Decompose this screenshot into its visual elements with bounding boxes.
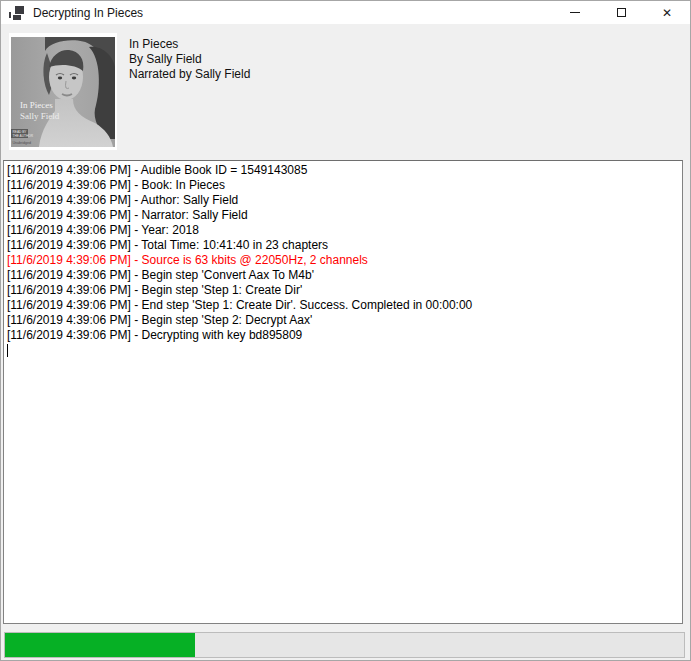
progress-bar [4,632,685,658]
app-icon [9,5,25,21]
text-caret [7,343,679,358]
close-button[interactable]: ✕ [644,1,690,24]
log-line: [11/6/2019 4:39:06 PM] - End step 'Step … [7,298,679,313]
maximize-icon [617,8,626,17]
book-cover: In Pieces Sally Field READ BY THE AUTHOR… [9,33,117,150]
log-line: [11/6/2019 4:39:06 PM] - Narrator: Sally… [7,208,679,223]
maximize-button[interactable] [598,1,644,24]
window-controls: ✕ [552,1,690,24]
minimize-icon [570,12,580,13]
app-window: Decrypting In Pieces ✕ [0,0,691,661]
cover-title-text: In Pieces [20,100,53,110]
close-icon: ✕ [662,7,672,19]
book-author: By Sally Field [129,52,250,67]
log-line: [11/6/2019 4:39:06 PM] - Source is 63 kb… [7,253,679,268]
book-title: In Pieces [129,37,250,52]
log-textbox[interactable]: [11/6/2019 4:39:06 PM] - Audible Book ID… [3,160,683,624]
log-line: [11/6/2019 4:39:06 PM] - Begin step 'Con… [7,268,679,283]
log-line: [11/6/2019 4:39:06 PM] - Begin step 'Ste… [7,313,679,328]
log-line: [11/6/2019 4:39:06 PM] - Book: In Pieces [7,178,679,193]
titlebar[interactable]: Decrypting In Pieces ✕ [1,1,690,24]
log-line: [11/6/2019 4:39:06 PM] - Author: Sally F… [7,193,679,208]
log-line: [11/6/2019 4:39:06 PM] - Audible Book ID… [7,163,679,178]
book-narrator: Narrated by Sally Field [129,67,250,82]
book-cover-image: In Pieces Sally Field READ BY THE AUTHOR… [11,37,115,147]
cover-readby-line2: THE AUTHOR [13,134,34,138]
log-line: [11/6/2019 4:39:06 PM] - Total Time: 10:… [7,238,679,253]
window-title: Decrypting In Pieces [33,6,143,20]
log-line: [11/6/2019 4:39:06 PM] - Begin step 'Ste… [7,283,679,298]
log-line: [11/6/2019 4:39:06 PM] - Decrypting with… [7,328,679,343]
progress-fill [5,633,195,657]
log-line: [11/6/2019 4:39:06 PM] - Year: 2018 [7,223,679,238]
book-info: In Pieces By Sally Field Narrated by Sal… [129,37,250,82]
cover-author-text: Sally Field [20,111,60,121]
minimize-button[interactable] [552,1,598,24]
cover-unabridged-text: Unabridged [13,141,32,145]
